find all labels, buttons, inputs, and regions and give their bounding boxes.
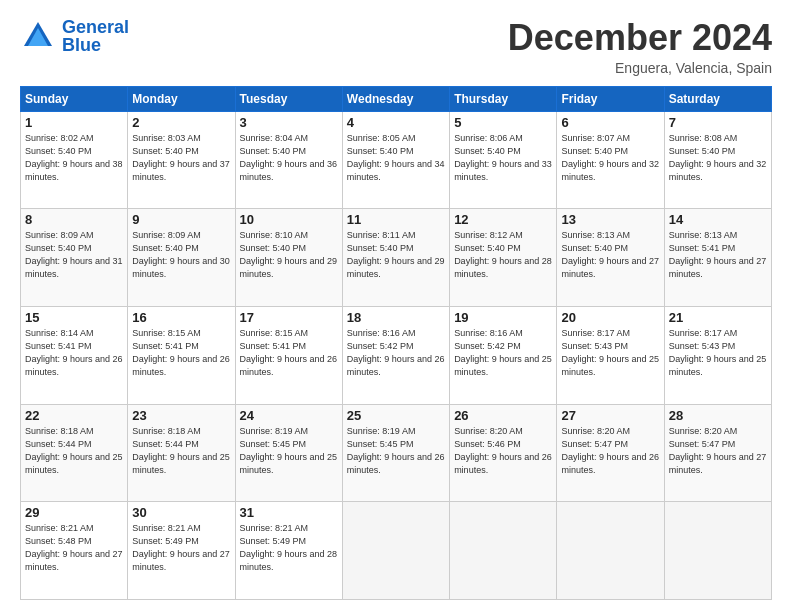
sunrise-label: Sunrise: 8:10 AM [240,230,309,240]
calendar-week-1: 1 Sunrise: 8:02 AM Sunset: 5:40 PM Dayli… [21,111,772,209]
sunrise-label: Sunrise: 8:08 AM [669,133,738,143]
day-cell-1: 1 Sunrise: 8:02 AM Sunset: 5:40 PM Dayli… [21,111,128,209]
day-number: 23 [132,408,230,423]
sunset-label: Sunset: 5:40 PM [561,243,628,253]
day-cell-7: 7 Sunrise: 8:08 AM Sunset: 5:40 PM Dayli… [664,111,771,209]
day-cell-25: 25 Sunrise: 8:19 AM Sunset: 5:45 PM Dayl… [342,404,449,502]
sunset-label: Sunset: 5:40 PM [454,243,521,253]
day-cell-16: 16 Sunrise: 8:15 AM Sunset: 5:41 PM Dayl… [128,306,235,404]
day-cell-12: 12 Sunrise: 8:12 AM Sunset: 5:40 PM Dayl… [450,209,557,307]
sunrise-label: Sunrise: 8:17 AM [669,328,738,338]
sunset-label: Sunset: 5:41 PM [132,341,199,351]
daylight-label: Daylight: 9 hours and 32 minutes. [561,159,659,182]
col-sunday: Sunday [21,86,128,111]
daylight-label: Daylight: 9 hours and 25 minutes. [669,354,767,377]
day-number: 9 [132,212,230,227]
sunrise-label: Sunrise: 8:16 AM [347,328,416,338]
day-info: Sunrise: 8:16 AM Sunset: 5:42 PM Dayligh… [347,327,445,379]
sunrise-label: Sunrise: 8:02 AM [25,133,94,143]
day-info: Sunrise: 8:20 AM Sunset: 5:47 PM Dayligh… [669,425,767,477]
daylight-label: Daylight: 9 hours and 33 minutes. [454,159,552,182]
sunrise-label: Sunrise: 8:20 AM [561,426,630,436]
sunrise-label: Sunrise: 8:19 AM [240,426,309,436]
col-saturday: Saturday [664,86,771,111]
sunrise-label: Sunrise: 8:06 AM [454,133,523,143]
calendar-header-row: Sunday Monday Tuesday Wednesday Thursday… [21,86,772,111]
sunset-label: Sunset: 5:49 PM [240,536,307,546]
col-thursday: Thursday [450,86,557,111]
daylight-label: Daylight: 9 hours and 27 minutes. [669,452,767,475]
logo: General Blue [20,18,129,54]
daylight-label: Daylight: 9 hours and 26 minutes. [25,354,123,377]
page: General Blue December 2024 Enguera, Vale… [0,0,792,612]
sunset-label: Sunset: 5:41 PM [669,243,736,253]
sunset-label: Sunset: 5:41 PM [240,341,307,351]
sunrise-label: Sunrise: 8:15 AM [132,328,201,338]
day-cell-8: 8 Sunrise: 8:09 AM Sunset: 5:40 PM Dayli… [21,209,128,307]
day-cell-24: 24 Sunrise: 8:19 AM Sunset: 5:45 PM Dayl… [235,404,342,502]
location-title: Enguera, Valencia, Spain [508,60,772,76]
daylight-label: Daylight: 9 hours and 28 minutes. [240,549,338,572]
sunrise-label: Sunrise: 8:21 AM [25,523,94,533]
daylight-label: Daylight: 9 hours and 25 minutes. [240,452,338,475]
day-info: Sunrise: 8:21 AM Sunset: 5:49 PM Dayligh… [132,522,230,574]
daylight-label: Daylight: 9 hours and 26 minutes. [454,452,552,475]
day-cell-19: 19 Sunrise: 8:16 AM Sunset: 5:42 PM Dayl… [450,306,557,404]
day-info: Sunrise: 8:06 AM Sunset: 5:40 PM Dayligh… [454,132,552,184]
sunrise-label: Sunrise: 8:16 AM [454,328,523,338]
sunset-label: Sunset: 5:40 PM [347,146,414,156]
day-number: 3 [240,115,338,130]
sunrise-label: Sunrise: 8:12 AM [454,230,523,240]
sunset-label: Sunset: 5:40 PM [561,146,628,156]
col-monday: Monday [128,86,235,111]
empty-cell [450,502,557,600]
sunrise-label: Sunrise: 8:19 AM [347,426,416,436]
daylight-label: Daylight: 9 hours and 32 minutes. [669,159,767,182]
sunset-label: Sunset: 5:45 PM [347,439,414,449]
sunrise-label: Sunrise: 8:20 AM [669,426,738,436]
sunrise-label: Sunrise: 8:15 AM [240,328,309,338]
day-info: Sunrise: 8:02 AM Sunset: 5:40 PM Dayligh… [25,132,123,184]
daylight-label: Daylight: 9 hours and 30 minutes. [132,256,230,279]
daylight-label: Daylight: 9 hours and 36 minutes. [240,159,338,182]
daylight-label: Daylight: 9 hours and 25 minutes. [454,354,552,377]
empty-cell [342,502,449,600]
day-info: Sunrise: 8:17 AM Sunset: 5:43 PM Dayligh… [561,327,659,379]
day-info: Sunrise: 8:15 AM Sunset: 5:41 PM Dayligh… [132,327,230,379]
day-cell-23: 23 Sunrise: 8:18 AM Sunset: 5:44 PM Dayl… [128,404,235,502]
sunset-label: Sunset: 5:40 PM [347,243,414,253]
col-friday: Friday [557,86,664,111]
sunrise-label: Sunrise: 8:07 AM [561,133,630,143]
sunrise-label: Sunrise: 8:18 AM [25,426,94,436]
sunset-label: Sunset: 5:43 PM [561,341,628,351]
day-cell-3: 3 Sunrise: 8:04 AM Sunset: 5:40 PM Dayli… [235,111,342,209]
sunset-label: Sunset: 5:40 PM [25,243,92,253]
sunset-label: Sunset: 5:46 PM [454,439,521,449]
daylight-label: Daylight: 9 hours and 27 minutes. [132,549,230,572]
day-cell-27: 27 Sunrise: 8:20 AM Sunset: 5:47 PM Dayl… [557,404,664,502]
day-cell-26: 26 Sunrise: 8:20 AM Sunset: 5:46 PM Dayl… [450,404,557,502]
daylight-label: Daylight: 9 hours and 38 minutes. [25,159,123,182]
sunrise-label: Sunrise: 8:13 AM [561,230,630,240]
sunrise-label: Sunrise: 8:21 AM [240,523,309,533]
day-info: Sunrise: 8:21 AM Sunset: 5:48 PM Dayligh… [25,522,123,574]
day-number: 17 [240,310,338,325]
day-cell-17: 17 Sunrise: 8:15 AM Sunset: 5:41 PM Dayl… [235,306,342,404]
day-info: Sunrise: 8:03 AM Sunset: 5:40 PM Dayligh… [132,132,230,184]
day-info: Sunrise: 8:20 AM Sunset: 5:46 PM Dayligh… [454,425,552,477]
daylight-label: Daylight: 9 hours and 27 minutes. [669,256,767,279]
day-number: 5 [454,115,552,130]
day-cell-20: 20 Sunrise: 8:17 AM Sunset: 5:43 PM Dayl… [557,306,664,404]
sunrise-label: Sunrise: 8:13 AM [669,230,738,240]
logo-icon [20,18,56,54]
day-number: 7 [669,115,767,130]
day-number: 14 [669,212,767,227]
day-cell-9: 9 Sunrise: 8:09 AM Sunset: 5:40 PM Dayli… [128,209,235,307]
sunrise-label: Sunrise: 8:21 AM [132,523,201,533]
day-number: 25 [347,408,445,423]
daylight-label: Daylight: 9 hours and 25 minutes. [25,452,123,475]
day-number: 15 [25,310,123,325]
col-wednesday: Wednesday [342,86,449,111]
day-cell-18: 18 Sunrise: 8:16 AM Sunset: 5:42 PM Dayl… [342,306,449,404]
day-number: 18 [347,310,445,325]
